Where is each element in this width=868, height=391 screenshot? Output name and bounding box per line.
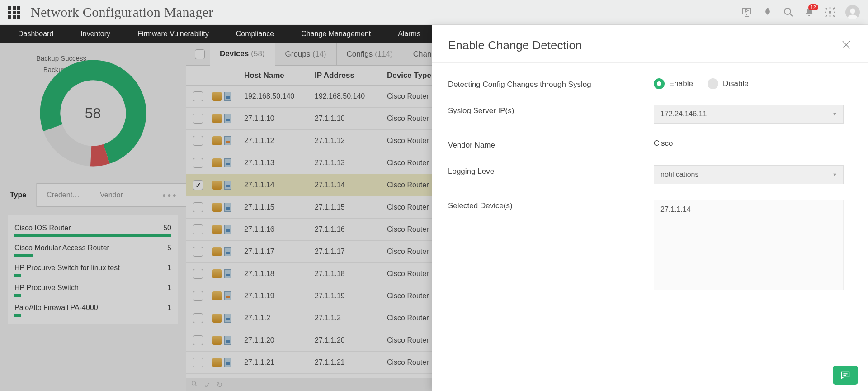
settings-gear-icon[interactable] <box>825 7 835 18</box>
key-icon[interactable] <box>212 203 222 212</box>
cell-hostname: 27.1.1.2 <box>242 314 315 322</box>
config-doc-icon[interactable] <box>224 291 231 300</box>
col-hostname[interactable]: Host Name <box>242 71 315 80</box>
row-checkbox[interactable] <box>193 313 203 323</box>
key-icon[interactable] <box>212 114 222 123</box>
type-count: 50 <box>163 224 171 232</box>
feedback-button[interactable] <box>833 366 858 385</box>
key-icon[interactable] <box>212 247 222 256</box>
nav-item-alarms[interactable]: Alarms <box>384 25 434 43</box>
config-doc-icon[interactable] <box>224 247 231 256</box>
cell-hostname: 27.1.1.15 <box>242 203 315 211</box>
key-icon[interactable] <box>212 269 222 278</box>
type-name: PaloAlto Firewall PA-4000 <box>14 304 98 312</box>
cell-hostname: 27.1.1.12 <box>242 137 315 145</box>
row-checkbox[interactable] <box>193 180 203 190</box>
side-tab-more-icon[interactable]: ●●● <box>133 191 186 199</box>
row-checkbox[interactable] <box>193 91 203 101</box>
tab-configs[interactable]: Configs (114) <box>337 43 403 66</box>
type-name: Cisco Modular Access Router <box>14 244 109 252</box>
cell-ip: 192.168.50.140 <box>315 92 387 100</box>
donut-chart: 58 <box>37 57 150 170</box>
radio-enable[interactable]: Enable <box>654 78 693 89</box>
row-checkbox[interactable] <box>193 335 203 345</box>
config-doc-icon[interactable] <box>224 114 231 123</box>
footer-search-icon[interactable] <box>191 380 198 389</box>
search-icon[interactable] <box>783 7 794 18</box>
cell-ip: 27.1.1.2 <box>315 314 387 322</box>
side-tab-credentials[interactable]: Credent… <box>37 183 90 207</box>
radio-disable[interactable]: Disable <box>708 78 749 89</box>
cell-ip: 27.1.1.21 <box>315 358 387 367</box>
select-all-checkbox[interactable] <box>195 49 205 59</box>
apps-grid-icon[interactable] <box>8 6 21 19</box>
cell-hostname: 27.1.1.19 <box>242 292 315 300</box>
nav-item-firmware-vulnerability[interactable]: Firmware Vulnerability <box>124 25 222 43</box>
type-row[interactable]: HP Procurve Switch1 <box>14 279 171 299</box>
row-checkbox[interactable] <box>193 224 203 234</box>
label-vendor: Vendor Name <box>448 139 654 150</box>
row-checkbox[interactable] <box>193 114 203 124</box>
config-doc-icon[interactable] <box>224 269 231 278</box>
config-doc-icon[interactable] <box>224 92 231 101</box>
label-logging-level: Logging Level <box>448 165 654 176</box>
config-doc-icon[interactable] <box>224 181 231 190</box>
row-checkbox[interactable] <box>193 291 203 301</box>
side-tab-vendor[interactable]: Vendor <box>90 183 133 207</box>
row-checkbox[interactable] <box>193 358 203 367</box>
key-icon[interactable] <box>212 358 222 367</box>
panel-close-icon[interactable] <box>841 39 852 52</box>
row-checkbox[interactable] <box>193 247 203 257</box>
config-doc-icon[interactable] <box>224 158 231 167</box>
config-doc-icon[interactable] <box>224 336 231 345</box>
key-icon[interactable] <box>212 92 222 101</box>
key-icon[interactable] <box>212 158 222 167</box>
type-count: 1 <box>167 304 171 312</box>
config-doc-icon[interactable] <box>224 358 231 367</box>
nav-item-change-management[interactable]: Change Management <box>288 25 384 43</box>
presentation-icon[interactable] <box>741 7 752 18</box>
type-row[interactable]: PaloAlto Firewall PA-40001 <box>14 299 171 319</box>
cell-hostname: 27.1.1.20 <box>242 336 315 344</box>
key-icon[interactable] <box>212 336 222 345</box>
type-row[interactable]: Cisco Modular Access Router5 <box>14 239 171 259</box>
key-icon[interactable] <box>212 225 222 234</box>
user-avatar[interactable] <box>845 5 860 19</box>
cell-hostname: 27.1.1.17 <box>242 248 315 256</box>
topbar: Network Configuration Manager 12 <box>0 0 868 25</box>
key-icon[interactable] <box>212 181 222 190</box>
row-checkbox[interactable] <box>193 202 203 212</box>
config-doc-icon[interactable] <box>224 314 231 323</box>
tab-groups[interactable]: Groups (14) <box>275 43 337 66</box>
row-checkbox[interactable] <box>193 136 203 146</box>
config-doc-icon[interactable] <box>224 136 231 145</box>
type-row[interactable]: HP Procurve Switch for linux test1 <box>14 259 171 279</box>
nav-item-dashboard[interactable]: Dashboard <box>5 25 67 43</box>
tab-devices[interactable]: Devices (58) <box>210 43 275 66</box>
selected-devices-box[interactable]: 27.1.1.14 <box>654 200 844 290</box>
footer-expand-icon[interactable]: ⤢ <box>204 381 210 389</box>
config-doc-icon[interactable] <box>224 203 231 212</box>
key-icon[interactable] <box>212 314 222 323</box>
col-ip[interactable]: IP Address <box>315 71 387 80</box>
cell-hostname: 27.1.1.14 <box>242 181 315 189</box>
select-logging-level[interactable]: notifications▼ <box>654 165 844 184</box>
bell-icon[interactable]: 12 <box>804 7 815 18</box>
type-row[interactable]: Cisco IOS Router50 <box>14 219 171 239</box>
row-checkbox[interactable] <box>193 158 203 168</box>
type-count: 1 <box>167 284 171 292</box>
row-checkbox[interactable] <box>193 269 203 279</box>
footer-refresh-icon[interactable]: ↻ <box>217 381 222 389</box>
config-doc-icon[interactable] <box>224 225 231 234</box>
svg-point-2 <box>850 9 855 14</box>
label-detect-syslog: Detecting Config Changes through Syslog <box>448 78 654 89</box>
side-tab-type[interactable]: Type <box>0 183 37 207</box>
select-syslog-ip[interactable]: 172.24.146.11▼ <box>654 105 844 124</box>
key-icon[interactable] <box>212 291 222 300</box>
key-icon[interactable] <box>212 136 222 145</box>
rocket-icon[interactable] <box>762 7 773 18</box>
nav-item-inventory[interactable]: Inventory <box>67 25 124 43</box>
nav-item-compliance[interactable]: Compliance <box>222 25 288 43</box>
type-count: 1 <box>167 264 171 272</box>
type-name: HP Procurve Switch <box>14 284 79 292</box>
